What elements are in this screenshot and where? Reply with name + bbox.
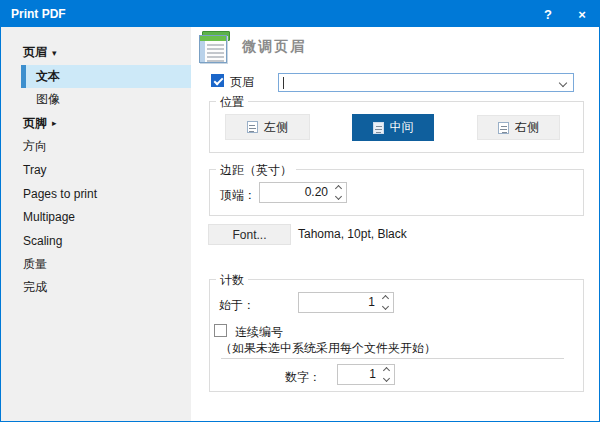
continuous-numbering-label: 连续编号 bbox=[235, 324, 283, 341]
sidebar-item-orientation[interactable]: 方向 bbox=[1, 135, 191, 159]
start-at-label: 始于： bbox=[219, 297, 255, 314]
sidebar-item-label: 完成 bbox=[23, 279, 47, 296]
top-margin-spinner[interactable]: 0.20 bbox=[259, 182, 347, 203]
spinner-up-icon[interactable] bbox=[382, 295, 389, 302]
position-group-label: 位置 bbox=[216, 94, 248, 111]
margin-group-label: 边距（英寸） bbox=[216, 162, 296, 179]
number-value: 1 bbox=[338, 365, 379, 384]
sidebar-item-label: 方向 bbox=[23, 138, 47, 155]
sidebar-item-footer[interactable]: 页脚 ▸ bbox=[1, 112, 191, 136]
sidebar-item-label: Pages to print bbox=[23, 187, 97, 201]
top-margin-label: 顶端： bbox=[220, 187, 256, 204]
sidebar-item-scaling[interactable]: Scaling bbox=[1, 229, 191, 253]
sidebar-item-label: 质量 bbox=[23, 256, 47, 273]
top-margin-value: 0.20 bbox=[260, 183, 331, 202]
sidebar-item-image[interactable]: 图像 bbox=[1, 88, 191, 112]
font-description: Tahoma, 10pt, Black bbox=[298, 227, 407, 241]
sidebar-item-label: 图像 bbox=[36, 91, 60, 108]
sidebar-item-label: Tray bbox=[23, 163, 47, 177]
spinner-arrows[interactable] bbox=[331, 183, 346, 202]
header-enabled-checkbox[interactable] bbox=[211, 74, 224, 87]
margin-group: 边距（英寸） 顶端： 0.20 bbox=[209, 169, 584, 216]
position-right-button[interactable]: 右侧 bbox=[477, 115, 560, 140]
close-button[interactable]: × bbox=[565, 1, 599, 27]
align-right-icon bbox=[498, 122, 509, 134]
help-button[interactable]: ? bbox=[531, 1, 565, 27]
window-title: Print PDF bbox=[11, 7, 66, 21]
number-spinner[interactable]: 1 bbox=[337, 364, 395, 385]
sidebar: 页眉 ▾ 文本 图像 页脚 ▸ 方向 Tray Pages to print bbox=[1, 27, 191, 421]
align-center-icon bbox=[373, 122, 384, 134]
continuous-numbering-note: （如果未选中系统采用每个文件夹开始） bbox=[220, 340, 436, 357]
spinner-down-icon[interactable] bbox=[382, 303, 389, 310]
sidebar-item-label: 文本 bbox=[36, 68, 60, 85]
button-label: 左侧 bbox=[264, 119, 288, 136]
sidebar-item-multipage[interactable]: Multipage bbox=[1, 206, 191, 230]
continuous-numbering-checkbox[interactable] bbox=[214, 324, 227, 337]
divider bbox=[221, 358, 564, 359]
sidebar-item-finish[interactable]: 完成 bbox=[1, 276, 191, 300]
chevron-down-icon: ▾ bbox=[52, 48, 57, 58]
header-text-combobox[interactable] bbox=[278, 73, 574, 92]
font-button[interactable]: Font... bbox=[208, 224, 291, 245]
position-group: 位置 左侧 中间 右侧 bbox=[209, 101, 584, 153]
sidebar-item-label: Scaling bbox=[23, 234, 62, 248]
page-title: 微调页眉 bbox=[242, 38, 306, 56]
titlebar: Print PDF ? × bbox=[1, 1, 599, 27]
sidebar-item-label: 页眉 bbox=[23, 44, 47, 61]
spinner-arrows[interactable] bbox=[379, 365, 394, 384]
chevron-down-icon[interactable] bbox=[559, 79, 567, 87]
chevron-right-icon: ▸ bbox=[52, 118, 57, 128]
start-at-spinner[interactable]: 1 bbox=[298, 292, 394, 313]
button-label: 中间 bbox=[390, 119, 414, 136]
header-page-icon bbox=[197, 31, 235, 64]
spinner-down-icon[interactable] bbox=[383, 375, 390, 382]
position-left-button[interactable]: 左侧 bbox=[225, 114, 310, 140]
spinner-up-icon[interactable] bbox=[335, 185, 342, 192]
sidebar-item-label: Multipage bbox=[23, 210, 75, 224]
spinner-down-icon[interactable] bbox=[335, 193, 342, 200]
sidebar-item-quality[interactable]: 质量 bbox=[1, 253, 191, 277]
spinner-arrows[interactable] bbox=[378, 293, 393, 312]
start-at-value: 1 bbox=[299, 293, 378, 312]
sidebar-item-text[interactable]: 文本 bbox=[21, 65, 191, 89]
sidebar-item-header[interactable]: 页眉 ▾ bbox=[1, 41, 191, 65]
print-pdf-dialog: Print PDF ? × 页眉 ▾ 文本 图像 页脚 ▸ 方向 T bbox=[0, 0, 600, 422]
text-caret bbox=[283, 77, 284, 89]
header-checkbox-label: 页眉 bbox=[230, 74, 254, 91]
position-center-button[interactable]: 中间 bbox=[352, 114, 434, 141]
number-label: 数字： bbox=[285, 369, 321, 386]
sidebar-item-tray[interactable]: Tray bbox=[1, 159, 191, 183]
content-panel: 微调页眉 页眉 位置 左侧 中间 右侧 bbox=[191, 27, 599, 421]
align-left-icon bbox=[247, 121, 258, 133]
button-label: 右侧 bbox=[515, 119, 539, 136]
count-group-label: 计数 bbox=[216, 272, 248, 289]
spinner-up-icon[interactable] bbox=[383, 367, 390, 374]
count-group: 计数 始于： 1 连续编号 （如果未选中系统采用每个文件夹开始） 数字： 1 bbox=[209, 279, 584, 392]
sidebar-item-label: 页脚 bbox=[23, 115, 47, 132]
sidebar-item-pages-to-print[interactable]: Pages to print bbox=[1, 182, 191, 206]
